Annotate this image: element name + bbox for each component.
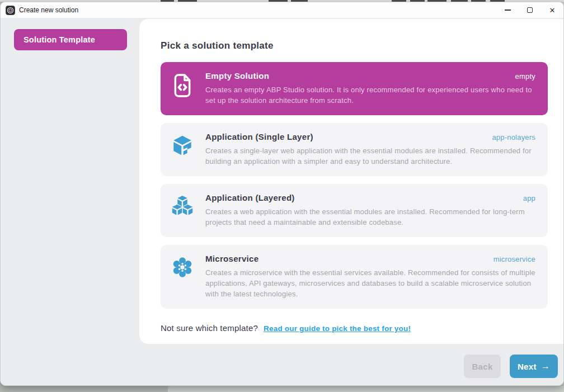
background-window-bottom-edge [168,386,564,392]
window-controls: ✕ [496,2,563,18]
template-title: Empty Solution [205,71,269,81]
template-description: Creates a microservice with the essentia… [205,267,535,299]
minimize-button[interactable] [496,2,519,18]
template-title: Application (Layered) [205,193,295,202]
sidebar-item-solution-template[interactable]: Solution Template [14,29,127,50]
next-button-label: Next [518,362,537,371]
template-tag: app-nolayers [492,133,535,141]
titlebar: Create new solution ✕ [1,2,563,18]
close-button[interactable]: ✕ [541,2,563,18]
guide-question: Not sure which template? [161,323,258,333]
template-tag: app [523,194,535,202]
template-card[interactable]: Application (Layered) app Creates a web … [161,184,548,237]
window-title: Create new solution [19,6,78,14]
template-title: Application (Single Layer) [205,132,313,141]
close-icon: ✕ [549,7,556,14]
template-description: Creates a web application with the essen… [205,206,535,228]
content-panel: Pick a solution template Empty Solution … [139,19,563,344]
template-tag: empty [515,72,535,81]
empty-file-code-icon [171,71,194,106]
next-button[interactable]: Next → [510,355,558,378]
create-new-solution-dialog: Create new solution ✕ Solution Template … [0,2,564,386]
stacked-cubes-icon [171,193,194,228]
template-card[interactable]: Microservice microservice Creates a micr… [161,245,548,309]
cube-icon [171,132,194,167]
abp-studio-app-icon [6,6,15,15]
minimize-icon [505,10,511,10]
back-button[interactable]: Back [464,355,501,378]
guide-link[interactable]: Read our guide to pick the best for you! [264,324,411,333]
page-title: Pick a solution template [161,40,548,51]
template-description: Creates an empty ABP Studio solution. It… [205,84,535,106]
maximize-icon [527,7,533,13]
template-description: Creates a single-layer web application w… [205,145,535,167]
footer-actions: Back Next → [464,355,558,378]
template-title: Microservice [205,254,258,263]
molecule-icon [171,254,194,299]
template-list: Empty Solution empty Creates an empty AB… [161,62,548,309]
maximize-button[interactable] [519,2,541,18]
template-card[interactable]: Empty Solution empty Creates an empty AB… [161,62,548,115]
arrow-right-icon: → [541,362,550,371]
guide-row: Not sure which template? Read our guide … [161,323,548,333]
template-tag: microservice [494,255,535,263]
template-card[interactable]: Application (Single Layer) app-nolayers … [161,123,548,176]
